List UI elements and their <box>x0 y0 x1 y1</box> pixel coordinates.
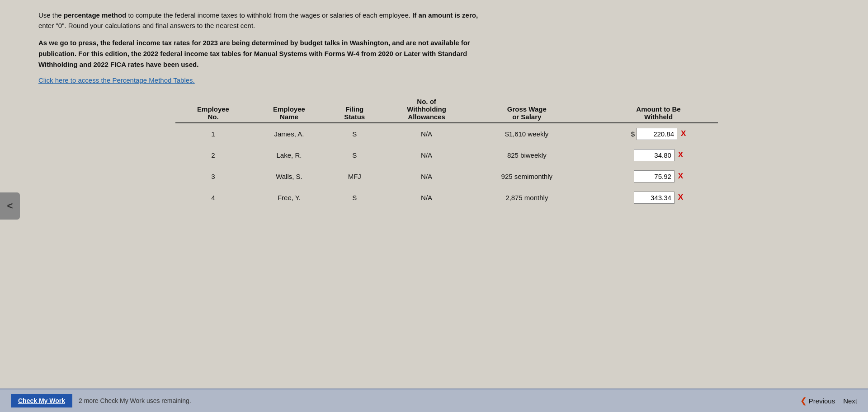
table-row: 1James, A.SN/A$1,610 weekly$X <box>175 123 718 145</box>
row-3-number: 3 <box>175 166 251 187</box>
next-label: Next <box>843 397 857 405</box>
footer-right: ❮ Previous Next <box>800 396 857 406</box>
row-2-gross-wage: 825 biweekly <box>471 145 583 166</box>
row-2-number: 2 <box>175 145 251 166</box>
remaining-uses-text: 2 more Check My Work uses remaining. <box>79 397 191 404</box>
table-header-bottom: No. Name Status Allowances or Salary Wit… <box>175 113 718 123</box>
col-no-label: No. <box>175 113 251 123</box>
row-1-amount-cell: $X <box>599 123 718 145</box>
row-3-input-cell: X <box>604 170 713 183</box>
footer-bar: Check My Work 2 more Check My Work uses … <box>0 389 868 412</box>
col-gross-wage-header: Gross Wage <box>471 96 583 113</box>
check-my-work-button[interactable]: Check My Work <box>11 394 72 407</box>
left-chevron-icon: < <box>7 200 13 212</box>
col-employee-name-header: Employee <box>251 96 327 113</box>
col-allowances-label: Allowances <box>382 113 471 123</box>
left-nav-button[interactable]: < <box>0 192 20 220</box>
col-name-label: Name <box>251 113 327 123</box>
row-4-spacer <box>583 187 599 208</box>
notice-paragraph: As we go to press, the federal income ta… <box>38 37 854 70</box>
row-4-amount-input[interactable] <box>634 192 675 204</box>
row-2-spacer <box>583 145 599 166</box>
table-row: 2Lake, R.SN/A825 biweeklyX <box>175 145 718 166</box>
row-1-allowances: N/A <box>382 123 471 145</box>
row-4-allowances: N/A <box>382 187 471 208</box>
table-body: 1James, A.SN/A$1,610 weekly$X2Lake, R.SN… <box>175 123 718 208</box>
row-2-name: Lake, R. <box>251 145 327 166</box>
row-4-clear-button[interactable]: X <box>678 193 683 202</box>
previous-label: Previous <box>809 397 835 405</box>
row-1-number: 1 <box>175 123 251 145</box>
row-1-clear-button[interactable]: X <box>681 129 686 138</box>
col-withholding-header-top: No. ofWithholding <box>382 96 471 113</box>
table-header-top: Employee Employee Filing No. ofWithholdi… <box>175 96 718 113</box>
row-2-allowances: N/A <box>382 145 471 166</box>
col-spacer-header <box>583 96 599 113</box>
col-status-label: Status <box>327 113 382 123</box>
row-1-spacer <box>583 123 599 145</box>
row-3-gross-wage: 925 semimonthly <box>471 166 583 187</box>
footer-left: Check My Work 2 more Check My Work uses … <box>11 394 191 407</box>
row-2-amount-input[interactable] <box>634 149 675 161</box>
row-3-allowances: N/A <box>382 166 471 187</box>
row-4-gross-wage: 2,875 monthly <box>471 187 583 208</box>
row-2-filing: S <box>327 145 382 166</box>
col-filing-status-header: Filing <box>327 96 382 113</box>
content-area: Use the percentage method to compute the… <box>25 0 868 389</box>
row-1-amount-input[interactable] <box>637 128 677 140</box>
row-2-amount-cell: X <box>599 145 718 166</box>
row-1-filing: S <box>327 123 382 145</box>
row-3-filing: MFJ <box>327 166 382 187</box>
row-4-number: 4 <box>175 187 251 208</box>
col-or-salary-label: or Salary <box>471 113 583 123</box>
table-row: 4Free, Y.SN/A2,875 monthlyX <box>175 187 718 208</box>
bold-percentage-method: percentage method <box>64 11 126 19</box>
row-3-amount-input[interactable] <box>634 170 675 183</box>
main-container: < Use the percentage method to compute t… <box>0 0 868 412</box>
row-1-input-cell: $X <box>604 128 713 140</box>
next-link[interactable]: Next <box>843 397 857 405</box>
data-table: Employee Employee Filing No. ofWithholdi… <box>175 96 718 208</box>
row-4-amount-cell: X <box>599 187 718 208</box>
row-4-name: Free, Y. <box>251 187 327 208</box>
table-row: 3Walls, S.MFJN/A925 semimonthlyX <box>175 166 718 187</box>
previous-chevron-icon: ❮ <box>800 396 807 406</box>
percentage-method-link[interactable]: Click here to access the Percentage Meth… <box>38 76 854 84</box>
instruction-paragraph: Use the percentage method to compute the… <box>38 10 854 31</box>
row-1-name: James, A. <box>251 123 327 145</box>
row-4-input-cell: X <box>604 192 713 204</box>
row-1-dollar-sign: $ <box>631 130 635 138</box>
previous-link[interactable]: ❮ Previous <box>800 396 835 406</box>
row-4-filing: S <box>327 187 382 208</box>
row-2-input-cell: X <box>604 149 713 161</box>
row-3-clear-button[interactable]: X <box>678 172 683 181</box>
row-3-name: Walls, S. <box>251 166 327 187</box>
bold-if-zero: If an amount is zero, <box>412 11 478 19</box>
table-section: Employee Employee Filing No. ofWithholdi… <box>38 96 854 384</box>
row-3-amount-cell: X <box>599 166 718 187</box>
row-3-spacer <box>583 166 599 187</box>
row-2-clear-button[interactable]: X <box>678 150 683 159</box>
col-spacer-label <box>583 113 599 123</box>
col-amount-header: Amount to Be <box>599 96 718 113</box>
col-employee-no-header: Employee <box>175 96 251 113</box>
row-1-gross-wage: $1,610 weekly <box>471 123 583 145</box>
col-withheld-label: Withheld <box>599 113 718 123</box>
